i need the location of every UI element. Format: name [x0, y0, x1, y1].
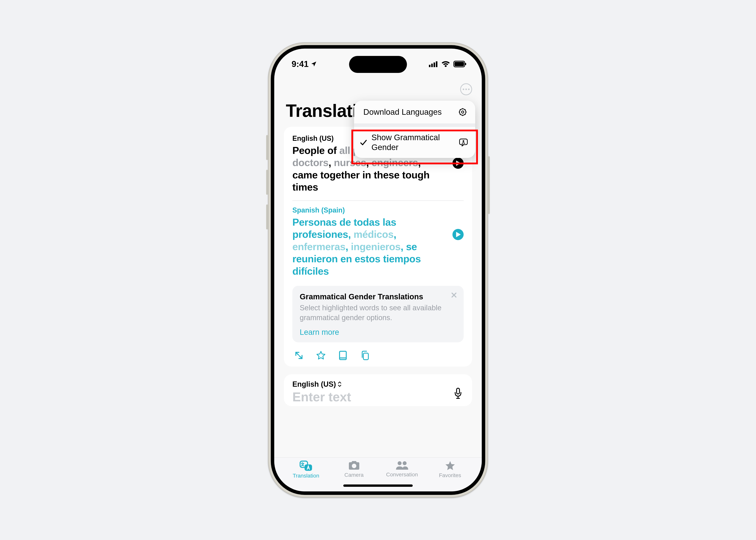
target-highlight-word[interactable]: ingenieros: [351, 241, 401, 252]
card-divider: [292, 201, 464, 201]
conversation-icon: [395, 460, 410, 471]
microphone-button[interactable]: [453, 387, 462, 401]
home-indicator[interactable]: [343, 484, 413, 487]
tab-translation[interactable]: Translation: [287, 460, 325, 479]
tab-camera[interactable]: Camera: [335, 460, 373, 478]
source-highlight-word[interactable]: nurses: [334, 157, 366, 168]
show-grammatical-gender-toggle[interactable]: Show Grammatical Gender: [354, 127, 475, 158]
card-action-row: [292, 350, 464, 361]
source-highlight-word[interactable]: doctors: [292, 157, 328, 168]
phone-hardware-frame: 9:41 Translation English (US): [268, 43, 488, 497]
source-highlight-word[interactable]: engineers: [372, 157, 418, 168]
svg-rect-9: [363, 353, 368, 360]
target-language-label[interactable]: Spanish (Spain): [292, 206, 464, 214]
translation-card: English (US) People of all professions, …: [284, 127, 472, 367]
tab-conversation[interactable]: Conversation: [383, 460, 422, 478]
download-languages-item[interactable]: Download Languages: [354, 101, 475, 123]
dropdown-divider: [354, 123, 475, 127]
play-source-button[interactable]: [452, 158, 464, 169]
person-bubble-icon: [458, 138, 468, 147]
battery-icon: [453, 61, 467, 67]
svg-rect-10: [456, 388, 459, 394]
checkmark-icon: [359, 139, 368, 146]
info-panel-body: Select highlighted words to see all avai…: [300, 303, 456, 323]
play-target-button[interactable]: [452, 229, 464, 240]
learn-more-link[interactable]: Learn more: [300, 328, 456, 337]
text-input-card[interactable]: English (US) Enter text: [284, 374, 472, 406]
svg-point-26: [398, 461, 401, 465]
dynamic-island: [349, 56, 407, 73]
target-highlight-word[interactable]: enfermeras: [292, 241, 345, 252]
svg-rect-1: [431, 64, 433, 67]
svg-point-27: [403, 461, 406, 465]
location-icon: [311, 61, 317, 67]
svg-rect-3: [436, 61, 438, 67]
expand-button[interactable]: [294, 350, 304, 361]
svg-rect-5: [454, 62, 464, 67]
svg-point-22: [463, 140, 464, 142]
input-language-selector[interactable]: English (US): [292, 380, 464, 388]
target-text[interactable]: Personas de todas las profesiones, médic…: [292, 216, 464, 277]
screen: 9:41 Translation English (US): [274, 49, 482, 491]
dictionary-button[interactable]: [337, 350, 348, 361]
copy-button[interactable]: [359, 350, 370, 361]
more-options-button[interactable]: [460, 83, 472, 95]
star-icon: [444, 460, 456, 471]
tab-favorites[interactable]: Favorites: [431, 460, 469, 478]
status-time: 9:41: [292, 59, 309, 69]
camera-icon: [348, 460, 360, 471]
options-dropdown: Download Languages Show Grammatical Gend…: [354, 101, 475, 158]
info-panel-title: Grammatical Gender Translations: [300, 292, 456, 301]
grammatical-gender-info-panel: Grammatical Gender Translations Select h…: [292, 286, 464, 342]
target-highlight-word[interactable]: médicos: [353, 229, 393, 240]
svg-rect-6: [465, 63, 466, 65]
phone-bezel: 9:41 Translation English (US): [271, 45, 485, 495]
svg-point-12: [461, 111, 464, 113]
wifi-icon: [441, 61, 450, 67]
gear-icon: [458, 108, 467, 116]
svg-rect-0: [429, 65, 431, 67]
svg-point-25: [352, 464, 356, 468]
svg-rect-2: [434, 63, 435, 67]
close-info-button[interactable]: [450, 291, 458, 299]
cellular-icon: [429, 61, 438, 67]
text-input-placeholder: Enter text: [292, 390, 464, 404]
favorite-button[interactable]: [315, 350, 326, 361]
chevron-up-down-icon: [337, 381, 342, 387]
translation-icon: [299, 460, 313, 472]
